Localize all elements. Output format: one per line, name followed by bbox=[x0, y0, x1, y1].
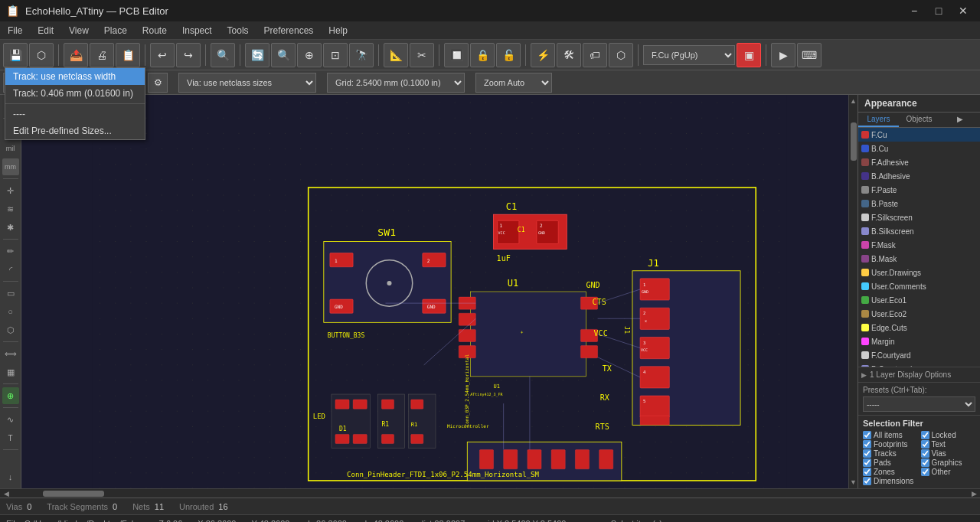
layer-fsilk[interactable]: F.Silkscreen bbox=[858, 210, 980, 224]
scroll-thumb[interactable] bbox=[851, 122, 857, 161]
save-button[interactable]: 💾 bbox=[3, 43, 28, 67]
hatch-tool[interactable]: ▦ bbox=[2, 364, 19, 380]
redo-button[interactable]: ↪ bbox=[176, 43, 201, 67]
cut-button[interactable]: ✂ bbox=[410, 43, 434, 67]
plot-button[interactable]: 📋 bbox=[116, 43, 140, 67]
board3d-button[interactable]: 🏷 bbox=[583, 43, 607, 67]
filter-all-items-check[interactable] bbox=[863, 431, 871, 439]
menu-inspect[interactable]: Inspect bbox=[175, 24, 220, 38]
layer-usercomm[interactable]: User.Comments bbox=[858, 279, 980, 293]
measure-tool[interactable]: ⟺ bbox=[2, 345, 19, 362]
layer-display-expand[interactable]: ▶ 1 Layer Display Options bbox=[861, 369, 977, 380]
layer-bsilk[interactable]: B.Silkscreen bbox=[858, 224, 980, 238]
layer-fcourtyard[interactable]: F.Courtyard bbox=[858, 348, 980, 362]
layer-eco1[interactable]: User.Eco1 bbox=[858, 293, 980, 307]
layer-edgecuts[interactable]: Edge.Cuts bbox=[858, 321, 980, 334]
layer-bpaste[interactable]: B.Paste bbox=[858, 197, 980, 210]
unlock-button[interactable]: 🔓 bbox=[496, 43, 521, 67]
zoom-custom-button[interactable]: 🔭 bbox=[349, 43, 374, 67]
filter-vias-check[interactable] bbox=[921, 449, 929, 458]
scripting-button[interactable]: ▶ bbox=[771, 43, 795, 67]
close-button[interactable]: ✕ bbox=[952, 3, 974, 18]
menu-view[interactable]: View bbox=[61, 24, 96, 38]
canvas-vscroll[interactable]: ▲ ▼ bbox=[848, 95, 858, 488]
scroll-up-arrow[interactable]: ▲ bbox=[849, 95, 858, 107]
layer-fcu[interactable]: F.Cu bbox=[858, 128, 980, 142]
zoom-in-button[interactable]: ⊕ bbox=[297, 43, 322, 67]
filter-graphics-check[interactable] bbox=[921, 458, 929, 467]
layer-fpaste[interactable]: F.Paste bbox=[858, 183, 980, 197]
mm-unit[interactable]: mm bbox=[2, 158, 19, 175]
layer-fmask[interactable]: F.Mask bbox=[858, 238, 980, 252]
pad-button[interactable]: 🔲 bbox=[444, 43, 469, 67]
hscroll-left-arrow[interactable]: ◀ bbox=[0, 489, 12, 498]
draw-tool[interactable]: ✏ bbox=[2, 243, 19, 259]
track-option-0406[interactable]: Track: 0.406 mm (0.01600 in) bbox=[5, 85, 145, 102]
tab-more[interactable]: ▶ bbox=[939, 113, 980, 127]
layer-badhesive[interactable]: B.Adhesive bbox=[858, 169, 980, 183]
scroll-down[interactable]: ↓ bbox=[2, 468, 19, 485]
filter-text-check[interactable] bbox=[921, 440, 929, 449]
layer-fadhesive[interactable]: F.Adhesive bbox=[858, 155, 980, 169]
text-tool[interactable]: T bbox=[2, 429, 19, 446]
pcb-canvas-area[interactable]: SW1 1 2 GND GND BUTTON_B3S C1 1 VCC C1 2… bbox=[21, 95, 858, 488]
circle-tool[interactable]: ○ bbox=[2, 303, 19, 320]
drc-button[interactable]: ⚡ bbox=[531, 43, 555, 67]
maximize-button[interactable]: □ bbox=[928, 3, 949, 18]
track-option-edit[interactable]: Edit Pre-defined Sizes... bbox=[5, 122, 145, 139]
hscroll-thumb[interactable] bbox=[43, 491, 104, 497]
netinspect-button[interactable]: 🛠 bbox=[557, 43, 581, 67]
zoom-fit-button[interactable]: ⊡ bbox=[323, 43, 348, 67]
layer-color-button[interactable]: ▣ bbox=[737, 43, 761, 67]
minimize-button[interactable]: − bbox=[903, 3, 925, 18]
undo-button[interactable]: ↩ bbox=[150, 43, 175, 67]
filter-zones-check[interactable] bbox=[863, 468, 871, 476]
net-highlight-button[interactable]: 📐 bbox=[384, 43, 408, 67]
layer-eco2[interactable]: User.Eco2 bbox=[858, 307, 980, 321]
polygon-tool[interactable]: ⬡ bbox=[2, 321, 19, 338]
layer-selector[interactable]: F.Cu (PgUp) B.Cu Edge.Cuts bbox=[643, 45, 735, 65]
rect-tool[interactable]: ▭ bbox=[2, 285, 19, 302]
layer-userdraw[interactable]: User.Drawings bbox=[858, 266, 980, 279]
layer-bmask[interactable]: B.Mask bbox=[858, 252, 980, 266]
track-option-netclass[interactable]: Track: use netclass width bbox=[5, 68, 145, 85]
menu-preferences[interactable]: Preferences bbox=[256, 24, 322, 38]
layer-margin[interactable]: Margin bbox=[858, 334, 980, 348]
tab-layers[interactable]: Layers bbox=[858, 113, 899, 127]
via-size-selector[interactable]: Via: use netclass sizes bbox=[178, 73, 316, 93]
zoom-out-button[interactable]: 🔍 bbox=[271, 43, 296, 67]
arc-tool[interactable]: ◜ bbox=[2, 261, 19, 278]
zoom-selector[interactable]: Zoom Auto Zoom 1:1 bbox=[475, 73, 552, 93]
calculator-button[interactable]: ⬡ bbox=[609, 43, 633, 67]
scroll-down-arrow[interactable]: ▼ bbox=[849, 476, 858, 488]
filter-other-check[interactable] bbox=[921, 468, 929, 476]
menu-tools[interactable]: Tools bbox=[220, 24, 256, 38]
lock-button[interactable]: 🔒 bbox=[470, 43, 495, 67]
track-settings-button[interactable]: ⚙ bbox=[148, 73, 168, 93]
filter-footprints-check[interactable] bbox=[863, 440, 871, 449]
hscroll-right-arrow[interactable]: ▶ bbox=[968, 489, 980, 498]
menu-file[interactable]: File bbox=[0, 24, 30, 38]
presets-selector[interactable]: ----- bbox=[863, 396, 975, 412]
menu-edit[interactable]: Edit bbox=[30, 24, 61, 38]
gerber-button[interactable]: 📤 bbox=[64, 43, 88, 67]
hscroll-track[interactable] bbox=[12, 491, 968, 497]
cleanup-tool[interactable]: ✱ bbox=[2, 219, 19, 236]
layer-bcu[interactable]: B.Cu bbox=[858, 142, 980, 155]
filter-locked-check[interactable] bbox=[921, 431, 929, 439]
horizontal-scrollbar[interactable]: ◀ ▶ bbox=[0, 488, 980, 498]
scripting2-button[interactable]: ⌨ bbox=[797, 43, 822, 67]
filter-dimensions-check[interactable] bbox=[863, 477, 871, 485]
place-footprint[interactable]: ⊕ bbox=[2, 387, 19, 404]
add-track-tool[interactable]: ∿ bbox=[2, 411, 19, 428]
refresh-button[interactable]: 🔄 bbox=[245, 43, 270, 67]
menu-help[interactable]: Help bbox=[321, 24, 355, 38]
grid-selector[interactable]: Grid: 2.5400 mm (0.1000 in) Grid: 1.2700… bbox=[327, 73, 465, 93]
scroll-track[interactable] bbox=[849, 107, 858, 476]
net-inspector-tool[interactable]: ≋ bbox=[2, 201, 19, 217]
find-button[interactable]: 🔍 bbox=[211, 43, 235, 67]
mil-unit[interactable]: mil bbox=[2, 140, 19, 157]
open-button[interactable]: ⬡ bbox=[29, 43, 54, 67]
filter-pads-check[interactable] bbox=[863, 458, 871, 467]
menu-place[interactable]: Place bbox=[96, 24, 135, 38]
